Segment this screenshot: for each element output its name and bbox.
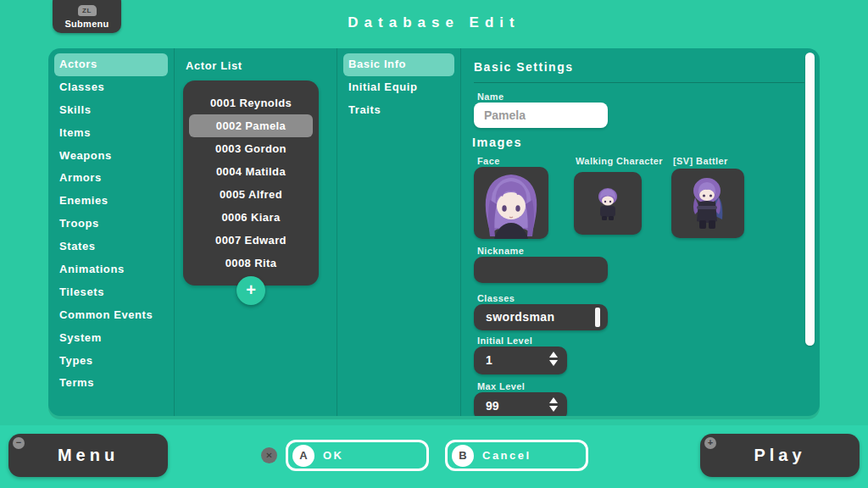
menu-label: Menu	[58, 446, 119, 465]
spin-up-icon[interactable]	[549, 397, 558, 403]
section-divider	[474, 82, 804, 83]
tab-basic-info[interactable]: Basic Info	[343, 53, 454, 76]
sidebar-item-items[interactable]: Items	[54, 122, 168, 145]
initial-level-value: 1	[486, 347, 492, 374]
face-image[interactable]	[474, 167, 548, 239]
images-header: Images	[472, 136, 522, 149]
sidebar-item-armors[interactable]: Armors	[54, 167, 168, 190]
sidebar-item-states[interactable]: States	[54, 236, 168, 258]
database-edit-screen: ZL Submenu Database Edit Actors Classes …	[0, 0, 868, 488]
actor-row-0007[interactable]: 0007 Edward	[189, 229, 313, 252]
category-list: Actors Classes Skills Items Weapons Armo…	[48, 48, 174, 395]
tab-initial-equip[interactable]: Initial Equip	[343, 76, 454, 99]
initial-level-stepper[interactable]: 1	[474, 347, 567, 374]
spin-down-icon[interactable]	[549, 406, 558, 412]
classes-value: swordsman	[486, 310, 554, 324]
sidebar-item-weapons[interactable]: Weapons	[54, 145, 168, 168]
sidebar-item-troops[interactable]: Troops	[54, 213, 168, 236]
basic-settings-panel: Basic Settings Name Images Face Walking …	[460, 48, 820, 416]
sidebar-item-enemies[interactable]: Enemies	[54, 190, 168, 213]
dropdown-cursor-icon	[595, 308, 600, 327]
sidebar-item-tilesets[interactable]: Tilesets	[54, 281, 168, 304]
actor-list-box: 0001 Reynolds 0002 Pamela 0003 Gordon 00…	[183, 80, 319, 286]
actor-row-0008[interactable]: 0008 Rita	[189, 252, 313, 274]
max-level-label: Max Level	[477, 381, 525, 391]
walking-character-image[interactable]	[574, 172, 642, 235]
cancel-label: Cancel	[482, 449, 531, 462]
sv-battler-label: [SV] Battler	[673, 156, 728, 166]
face-label: Face	[477, 156, 500, 166]
spin-up-icon[interactable]	[549, 352, 558, 358]
basic-settings-header: Basic Settings	[474, 60, 573, 74]
actor-row-0004[interactable]: 0004 Matilda	[189, 160, 313, 183]
category-sidebar: Actors Classes Skills Items Weapons Armo…	[48, 48, 174, 416]
classes-label: Classes	[477, 293, 515, 303]
classes-dropdown[interactable]: swordsman	[474, 304, 608, 330]
play-label: Play	[754, 446, 805, 465]
database-panel: Actors Classes Skills Items Weapons Armo…	[48, 48, 820, 416]
cancel-button[interactable]: B Cancel	[445, 440, 588, 471]
x-button-icon: ✕	[261, 447, 277, 463]
actor-list-header: Actor List	[175, 48, 337, 72]
walking-character-label: Walking Character	[576, 156, 663, 166]
minus-button-icon: −	[13, 437, 25, 449]
name-input[interactable]	[474, 103, 608, 128]
info-tabs-column: Basic Info Initial Equip Traits	[337, 48, 460, 416]
name-label: Name	[477, 92, 504, 102]
stepper-arrows[interactable]	[549, 397, 558, 412]
max-level-stepper[interactable]: 99	[474, 392, 567, 416]
nickname-label: Nickname	[477, 246, 524, 256]
spin-down-icon[interactable]	[549, 360, 558, 366]
character-face-art	[474, 167, 548, 239]
a-button-icon: A	[292, 445, 314, 467]
walking-character-art	[574, 172, 642, 235]
nickname-input[interactable]	[474, 257, 608, 283]
sidebar-item-animations[interactable]: Animations	[54, 258, 168, 281]
sidebar-item-types[interactable]: Types	[54, 350, 168, 373]
actor-row-0003[interactable]: 0003 Gordon	[189, 137, 313, 160]
sv-battler-image[interactable]	[671, 169, 744, 238]
ok-label: OK	[323, 449, 344, 462]
stepper-arrows[interactable]	[549, 352, 558, 366]
sv-battler-art	[671, 169, 744, 238]
page-title: Database Edit	[0, 14, 868, 31]
b-button-icon: B	[452, 445, 474, 467]
initial-level-label: Initial Level	[477, 336, 532, 346]
tab-traits[interactable]: Traits	[343, 99, 454, 122]
actor-row-0002[interactable]: 0002 Pamela	[189, 114, 313, 137]
sidebar-item-common-events[interactable]: Common Events	[54, 304, 168, 327]
sidebar-item-system[interactable]: System	[54, 327, 168, 350]
play-button[interactable]: + Play	[700, 434, 860, 477]
sidebar-item-classes[interactable]: Classes	[54, 76, 168, 99]
sidebar-item-terms[interactable]: Terms	[54, 372, 168, 395]
ok-button[interactable]: A OK	[286, 440, 429, 471]
add-actor-button[interactable]: +	[236, 276, 265, 305]
max-level-value: 99	[486, 392, 499, 416]
sidebar-item-actors[interactable]: Actors	[54, 53, 168, 76]
actor-row-0001[interactable]: 0001 Reynolds	[189, 92, 313, 114]
actor-list-column: Actor List 0001 Reynolds 0002 Pamela 000…	[174, 48, 337, 416]
sidebar-item-skills[interactable]: Skills	[54, 99, 168, 122]
plus-icon: +	[246, 280, 256, 299]
panel-scrollbar[interactable]	[805, 53, 815, 346]
info-tabs-list: Basic Info Initial Equip Traits	[337, 48, 460, 122]
plus-button-icon: +	[704, 437, 716, 449]
actor-row-0005[interactable]: 0005 Alfred	[189, 183, 313, 206]
actor-row-0006[interactable]: 0006 Kiara	[189, 206, 313, 229]
menu-button[interactable]: − Menu	[8, 434, 168, 477]
